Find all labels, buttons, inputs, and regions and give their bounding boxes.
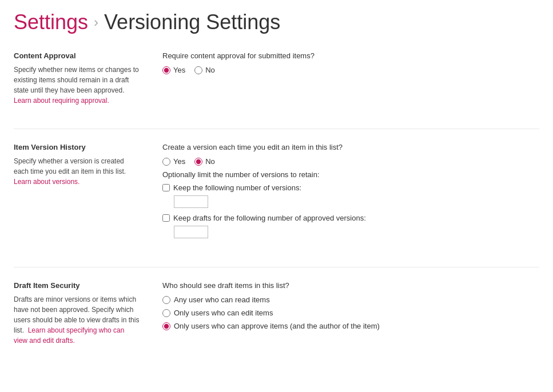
content-approval-left: Content Approval Specify whether new ite… [14,51,151,106]
keep-versions-input[interactable] [174,195,208,208]
draft-security-edit-label: Only users who can edit items [174,309,273,317]
draft-security-link[interactable]: Learn about specifying who can view and … [14,326,124,345]
content-area: Content Approval Specify whether new ite… [0,46,553,382]
draft-security-right: Who should see draft items in this list?… [151,281,539,346]
version-history-link[interactable]: Learn about versions. [14,178,79,186]
version-history-right: Create a version each time you edit an i… [151,143,539,244]
version-history-radio-group: Yes No [162,157,539,166]
version-history-section: Item Version History Specify whether a v… [14,143,539,250]
version-history-title: Item Version History [14,143,140,151]
content-approval-question: Require content approval for submitted i… [162,51,539,60]
draft-security-title: Draft Item Security [14,281,140,290]
content-approval-desc-text: Specify whether new items or changes to … [14,66,139,94]
draft-security-edit-radio[interactable] [162,309,170,317]
version-history-no-label: No [205,157,215,166]
draft-security-question: Who should see draft items in this list? [162,281,539,290]
content-approval-radio-group: Yes No [162,66,539,74]
draft-security-read-label: Any user who can read items [174,295,270,304]
content-approval-title: Content Approval [14,51,140,60]
content-approval-no-radio[interactable] [194,66,202,74]
keep-drafts-label: Keep drafts for the following number of … [173,214,366,222]
draft-security-approve-radio[interactable] [162,322,170,330]
draft-security-read-radio[interactable] [162,296,170,304]
content-approval-yes-radio[interactable] [162,66,170,74]
keep-drafts-checkbox[interactable] [162,214,170,222]
version-history-no-option[interactable]: No [194,157,215,166]
keep-drafts-checkbox-item: Keep drafts for the following number of … [162,214,539,222]
keep-versions-label: Keep the following number of versions: [173,183,301,192]
content-approval-yes-option[interactable]: Yes [162,66,185,74]
content-approval-desc: Specify whether new items or changes to … [14,65,140,106]
content-approval-section: Content Approval Specify whether new ite… [14,51,539,111]
page-header: Settings › Versioning Settings [0,0,553,46]
draft-security-desc: Drafts are minor versions or items which… [14,294,140,346]
separator-1 [14,129,539,129]
version-history-yes-option[interactable]: Yes [162,157,185,166]
optional-limit-label: Optionally limit the number of versions … [162,170,539,179]
draft-security-radio-group: Any user who can read items Only users w… [162,295,539,330]
keep-versions-checkbox[interactable] [162,184,170,191]
draft-security-section: Draft Item Security Drafts are minor ver… [14,281,539,351]
breadcrumb-arrow: › [94,14,98,30]
draft-security-approve-option[interactable]: Only users who can approve items (and th… [162,322,539,330]
draft-security-left: Draft Item Security Drafts are minor ver… [14,281,151,346]
content-approval-yes-label: Yes [173,66,185,74]
settings-title: Settings [14,10,88,34]
version-history-yes-radio[interactable] [162,158,170,166]
content-approval-no-option[interactable]: No [194,66,215,74]
version-history-desc-text: Specify whether a version is created eac… [14,157,126,175]
draft-security-edit-option[interactable]: Only users who can edit items [162,309,539,317]
page-title: Versioning Settings [104,10,280,34]
content-approval-no-label: No [205,66,215,74]
version-history-no-radio[interactable] [194,158,202,166]
draft-security-read-option[interactable]: Any user who can read items [162,295,539,304]
content-approval-right: Require content approval for submitted i… [151,51,539,106]
separator-2 [14,267,539,267]
version-history-yes-label: Yes [173,157,185,166]
version-history-desc: Specify whether a version is created eac… [14,156,140,187]
version-history-question: Create a version each time you edit an i… [162,143,539,151]
content-approval-link[interactable]: Learn about requiring approval. [14,97,109,105]
version-history-left: Item Version History Specify whether a v… [14,143,151,244]
draft-security-approve-label: Only users who can approve items (and th… [174,322,380,330]
keep-versions-checkbox-item: Keep the following number of versions: [162,183,539,192]
keep-drafts-input[interactable] [174,226,208,238]
